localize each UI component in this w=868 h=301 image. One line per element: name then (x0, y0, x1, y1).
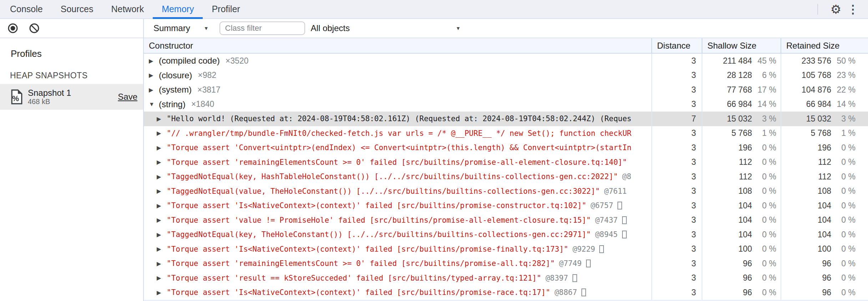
column-header-constructor[interactable]: Constructor (144, 38, 651, 53)
shallow-size-cell: 960 % (702, 285, 781, 300)
table-row[interactable]: ▶"TaggedNotEqual(key, TheHoleConstant())… (144, 227, 868, 242)
retained-bytes: 233 576 (781, 56, 831, 66)
table-row[interactable]: ▶(closure)×982328 1286 %105 76823 % (144, 68, 868, 83)
shallow-percent: 17 % (752, 85, 776, 95)
distance-cell: 3 (651, 271, 702, 286)
string-value: "TaggedNotEqual(value, TheHoleConstant()… (167, 187, 600, 196)
string-value: "Torque assert 'Is<NativeContext>(contex… (167, 201, 586, 210)
tab-memory[interactable]: Memory (153, 0, 203, 18)
distance-cell: 3 (651, 126, 702, 141)
retained-percent: 0 % (831, 143, 856, 153)
table-row[interactable]: ▶"Torque assert 'Is<NativeContext>(conte… (144, 242, 868, 257)
missing-glyph-box-icon (599, 245, 604, 253)
more-options-icon[interactable]: ⋮ (844, 1, 862, 18)
shallow-bytes: 5 768 (702, 128, 752, 138)
retained-size-cell: 1040 % (781, 227, 868, 242)
table-row[interactable]: ▶"Torque assert 'value != PromiseHole' f… (144, 213, 868, 228)
retained-percent: 0 % (831, 288, 856, 297)
profiles-title: Profiles (0, 38, 143, 59)
table-row[interactable]: ▶"Torque assert 'Is<NativeContext>(conte… (144, 198, 868, 213)
chevron-down-icon: ▼ (456, 25, 461, 31)
perspective-select[interactable]: Summary ▼ (153, 23, 209, 33)
constructor-name: (string) (159, 99, 186, 109)
retained-bytes: 112 (781, 172, 831, 182)
object-id: @8397 (545, 274, 568, 282)
collapsed-arrow-icon[interactable]: ▶ (157, 144, 167, 151)
snapshot-toolbar: Summary ▼ All objects ▼ (144, 19, 868, 38)
distance-cell: 3 (651, 140, 702, 155)
object-id: @7749 (559, 259, 581, 268)
collapsed-arrow-icon[interactable]: ▶ (157, 231, 167, 238)
collapsed-arrow-icon[interactable]: ▶ (157, 130, 167, 137)
collapsed-arrow-icon[interactable]: ▶ (149, 72, 159, 79)
class-filter-input[interactable] (219, 21, 305, 35)
shallow-bytes: 104 (702, 215, 752, 225)
object-id: @6757 (591, 201, 613, 210)
collapsed-arrow-icon[interactable]: ▶ (157, 260, 167, 267)
collapsed-arrow-icon[interactable]: ▶ (157, 202, 167, 209)
record-heap-snapshot-button[interactable] (7, 23, 19, 34)
table-row[interactable]: ▼(string)×1840366 98414 %66 98414 % (144, 97, 868, 112)
snapshot-size: 468 kB (28, 98, 118, 105)
expanded-arrow-icon[interactable]: ▼ (149, 101, 159, 108)
collapsed-arrow-icon[interactable]: ▶ (157, 159, 167, 166)
shallow-percent: 0 % (752, 186, 776, 196)
tab-profiler[interactable]: Profiler (203, 0, 249, 18)
tab-network[interactable]: Network (102, 0, 153, 18)
collapsed-arrow-icon[interactable]: ▶ (157, 173, 167, 180)
table-row[interactable]: ▶"Hello world! (Requested at: 2024-08-19… (144, 112, 868, 126)
shallow-size-cell: 5 7681 % (702, 126, 781, 141)
distance-cell: 3 (651, 83, 702, 97)
collapsed-arrow-icon[interactable]: ▶ (157, 246, 167, 252)
collapsed-arrow-icon[interactable]: ▶ (157, 115, 167, 122)
column-header-distance[interactable]: Distance (651, 38, 702, 53)
table-row[interactable]: ▶"TaggedNotEqual(key, HashTableHoleConst… (144, 169, 868, 184)
table-row[interactable]: ▶"TaggedNotEqual(value, TheHoleConstant(… (144, 184, 868, 199)
retained-percent: 0 % (831, 230, 856, 240)
retained-bytes: 112 (781, 157, 831, 167)
tab-console[interactable]: Console (1, 0, 52, 18)
collapsed-arrow-icon[interactable]: ▶ (157, 217, 167, 223)
column-header-retained-size[interactable]: Retained Size (781, 38, 868, 53)
retained-percent: 22 % (831, 85, 856, 95)
clear-profiles-button[interactable] (29, 23, 40, 34)
table-row[interactable]: ▶(system)×3817377 76817 %104 87622 % (144, 83, 868, 97)
instance-count: ×1840 (191, 99, 215, 109)
distance-cell: 3 (651, 155, 702, 170)
retained-bytes: 196 (781, 143, 831, 153)
clear-icon (29, 23, 40, 34)
perspective-select-value: Summary (153, 23, 190, 33)
constructor-cell: ▶"Torque assert 'value != PromiseHole' f… (144, 213, 651, 228)
table-row[interactable]: ▶"Torque assert 'Convert<uintptr>(endInd… (144, 140, 868, 155)
table-row[interactable]: ▶"Torque assert 'result == kStoreSuccede… (144, 271, 868, 286)
missing-glyph-box-icon (622, 231, 627, 238)
shallow-percent: 0 % (752, 273, 776, 283)
settings-gear-icon[interactable]: ⚙ (827, 1, 844, 18)
table-row[interactable]: ▶"Torque assert 'Is<NativeContext>(conte… (144, 285, 868, 300)
retained-size-cell: 1120 % (781, 155, 868, 170)
tab-sources[interactable]: Sources (52, 0, 102, 18)
collapsed-arrow-icon[interactable]: ▶ (157, 289, 167, 296)
object-scope-select[interactable]: All objects ▼ (311, 23, 461, 33)
sidebar-item-snapshot-1[interactable]: % Snapshot 1 468 kB Save (0, 84, 143, 110)
retained-size-cell: 1040 % (781, 198, 868, 213)
table-row[interactable]: ▶"Torque assert 'remainingElementsCount … (144, 155, 868, 170)
save-snapshot-link[interactable]: Save (118, 92, 137, 102)
string-value: "// .wrangler/tmp/bundle-FmNIt0/checked-… (167, 129, 631, 138)
collapsed-arrow-icon[interactable]: ▶ (157, 275, 167, 281)
retained-size-cell: 15 0323 % (781, 112, 868, 126)
collapsed-arrow-icon[interactable]: ▶ (149, 58, 159, 64)
retained-bytes: 100 (781, 244, 831, 254)
collapsed-arrow-icon[interactable]: ▶ (157, 188, 167, 194)
table-row[interactable]: ▶(compiled code)×35203211 48445 %233 576… (144, 54, 868, 68)
retained-size-cell: 233 57650 % (781, 54, 868, 68)
table-row[interactable]: ▶"Torque assert 'remainingElementsCount … (144, 256, 868, 271)
collapsed-arrow-icon[interactable]: ▶ (149, 87, 159, 93)
shallow-percent: 0 % (752, 230, 776, 240)
constructor-cell: ▶"TaggedNotEqual(key, TheHoleConstant())… (144, 227, 651, 242)
table-row[interactable]: ▶"// .wrangler/tmp/bundle-FmNIt0/checked… (144, 126, 868, 141)
constructor-cell: ▶(compiled code)×3520 (144, 54, 651, 68)
object-id: @7611 (604, 187, 627, 196)
shallow-percent: 0 % (752, 259, 776, 268)
column-header-shallow-size[interactable]: Shallow Size (702, 38, 781, 53)
